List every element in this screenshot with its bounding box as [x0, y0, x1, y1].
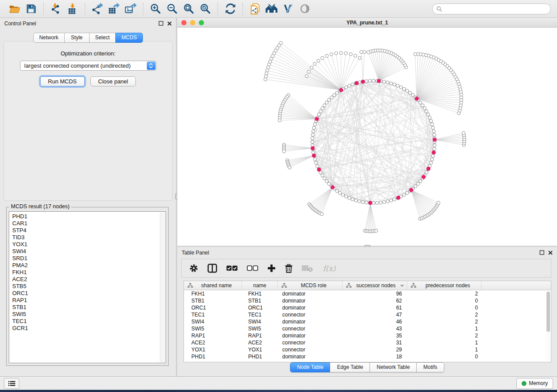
result-item[interactable]: GCR1 — [12, 325, 166, 332]
result-list-scrollbar[interactable] — [160, 212, 165, 362]
import-table-button[interactable] — [64, 2, 81, 16]
cell-mcds-role: dominator — [278, 354, 343, 360]
show-columns-button[interactable] — [208, 264, 217, 273]
column-header-shared-name[interactable]: shared name — [184, 281, 242, 290]
toolbar-separator — [85, 3, 85, 15]
column-label: shared name — [193, 282, 240, 289]
memory-button[interactable]: Memory — [516, 378, 553, 389]
cell-predecessor-nodes: 1 — [407, 326, 481, 332]
result-item[interactable]: STP4 — [12, 227, 166, 234]
delete-column-icon — [285, 264, 293, 273]
export-network-button[interactable] — [89, 2, 106, 16]
select-all-columns-button[interactable] — [226, 265, 238, 272]
table-row[interactable]: STB1STB1dominator620 — [184, 297, 546, 304]
float-panel-icon[interactable] — [159, 21, 163, 26]
dropdown-stepper-icon[interactable] — [147, 62, 156, 70]
result-item[interactable]: YOX1 — [12, 241, 166, 248]
table-scrollbar[interactable] — [546, 291, 550, 361]
close-window-icon[interactable] — [181, 20, 187, 25]
unselect-all-columns-icon — [247, 265, 258, 272]
mcds-result-title: MCDS result (17 nodes) — [9, 203, 71, 210]
close-panel-icon[interactable] — [548, 251, 553, 255]
tab-mcds[interactable]: MCDS — [115, 33, 143, 43]
tab-network-table[interactable]: Network Table — [370, 362, 417, 372]
mcds-result-list[interactable]: PHD1CAR1STP4TID3YOX1SWI4SRD1PMA2FKH1ACE2… — [9, 211, 166, 363]
export-table-icon — [108, 3, 120, 14]
export-image-icon — [125, 3, 137, 14]
network-canvas[interactable] — [177, 28, 557, 246]
float-panel-icon[interactable] — [540, 250, 544, 255]
cell-name: RAP1 — [242, 333, 278, 339]
svg-text:f(x): f(x) — [323, 264, 336, 273]
close-panel-icon[interactable] — [167, 21, 172, 26]
table-row[interactable]: ACE2ACE2connector311 — [184, 339, 546, 346]
result-item[interactable]: FKH1 — [12, 269, 166, 276]
save-session-button[interactable] — [23, 2, 39, 16]
result-item[interactable]: PMA2 — [12, 262, 166, 269]
zoom-selected-button[interactable] — [197, 2, 214, 16]
search-box[interactable] — [432, 3, 551, 14]
tab-edge-table[interactable]: Edge Table — [330, 362, 370, 372]
cell-shared-name: SWI5 — [184, 326, 242, 332]
unselect-all-columns-button[interactable] — [247, 265, 258, 272]
table-row[interactable]: FKH1FKH1dominator962 — [184, 290, 546, 297]
share-session-button[interactable] — [247, 2, 263, 16]
tab-node-table[interactable]: Node Table — [290, 362, 331, 372]
import-network-button[interactable] — [48, 2, 64, 16]
run-mcds-button[interactable]: Run MCDS — [40, 76, 85, 86]
criterion-dropdown[interactable]: largest connected component (undirected) — [20, 61, 156, 71]
zoom-in-button[interactable] — [147, 2, 164, 16]
result-item[interactable]: TID3 — [12, 234, 166, 241]
column-header-MCDS-role[interactable]: MCDS role — [278, 281, 343, 290]
column-header-predecessor-nodes[interactable]: predecessor nodes — [407, 281, 481, 290]
result-item[interactable]: STB1 — [12, 304, 166, 311]
tab-network[interactable]: Network — [33, 33, 65, 43]
table-row[interactable]: PHD1PHD1dominator180 — [184, 353, 546, 360]
refresh-button[interactable] — [222, 2, 239, 16]
minimize-window-icon[interactable] — [190, 20, 195, 25]
table-scrollbar-thumb[interactable] — [547, 292, 550, 332]
table-row[interactable]: YOX1YOX1connector291 — [184, 346, 546, 353]
zoom-out-button[interactable] — [164, 2, 180, 16]
toggle-visibility-button[interactable] — [297, 2, 313, 16]
result-item[interactable]: ORC1 — [12, 290, 166, 297]
result-item[interactable]: SWI5 — [12, 311, 166, 318]
export-table-button[interactable] — [106, 2, 122, 16]
tab-motifs[interactable]: Motifs — [416, 362, 444, 372]
result-item[interactable]: ACE2 — [12, 276, 166, 283]
column-header-name[interactable]: name — [242, 281, 278, 290]
table-row[interactable]: TEC1TEC1connector472 — [184, 311, 546, 318]
task-history-button[interactable] — [4, 378, 19, 389]
result-item[interactable]: RAP1 — [12, 297, 166, 304]
table-row[interactable]: RAP1RAP1dominator352 — [184, 332, 546, 339]
table-row[interactable]: SWI5SWI5connector431 — [184, 325, 546, 332]
create-column-button[interactable] — [267, 264, 276, 272]
network-browser-button[interactable] — [263, 2, 280, 16]
result-item[interactable]: SRD1 — [12, 255, 166, 262]
tab-select[interactable]: Select — [89, 33, 116, 43]
result-item[interactable]: CAR1 — [12, 220, 166, 227]
maximize-window-icon[interactable] — [199, 20, 204, 25]
result-item[interactable]: SWI4 — [12, 248, 166, 255]
table-row[interactable]: SWI4SWI4dominator462 — [184, 318, 546, 325]
export-image-button[interactable] — [122, 2, 139, 16]
delete-column-button[interactable] — [285, 264, 293, 273]
tab-style[interactable]: Style — [64, 33, 90, 43]
zoom-fit-button[interactable] — [180, 2, 197, 16]
search-input[interactable] — [442, 6, 547, 12]
table-row[interactable]: ORC1ORC1dominator610 — [184, 304, 546, 311]
vizmapper-button[interactable] — [280, 2, 297, 16]
column-header-successor-nodes[interactable]: successor nodes — [343, 281, 407, 290]
criterion-value: largest connected component (undirected) — [24, 62, 131, 69]
close-panel-button[interactable]: Close panel — [90, 76, 136, 86]
open-session-button[interactable] — [6, 2, 23, 16]
toolbar-icons — [6, 2, 313, 16]
network-graph[interactable] — [177, 28, 557, 246]
table-options-gear-button[interactable] — [189, 264, 198, 273]
result-item[interactable]: STB5 — [12, 283, 166, 290]
network-view-titlebar[interactable]: YPA_prune.txt_1 — [177, 18, 557, 28]
result-item[interactable]: PHD1 — [12, 213, 166, 220]
result-item[interactable]: TEC1 — [12, 318, 166, 325]
cell-shared-name: PHD1 — [184, 354, 242, 360]
function-builder-button: f(x) — [322, 264, 337, 273]
